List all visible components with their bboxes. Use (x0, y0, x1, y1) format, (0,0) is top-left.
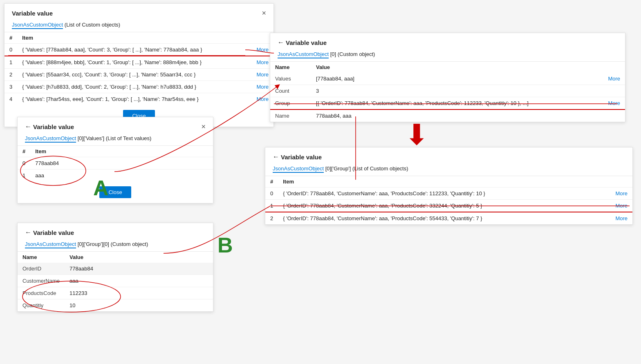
row-item: { 'OrderID': 778aab84, 'CustomerName': a… (278, 200, 608, 212)
col-hash: # (265, 176, 278, 188)
row-name: Group (270, 97, 311, 110)
custom-object-title: Variable value (286, 39, 327, 46)
row-index: 1 (265, 200, 278, 212)
main-breadcrumb-link[interactable]: JsonAsCustomObject (12, 22, 63, 29)
more-button-0[interactable]: More (256, 47, 269, 53)
main-panel-breadcrumb: JsonAsCustomObject (List of Custom objec… (4, 20, 273, 32)
row-name: CustomerName (18, 275, 65, 287)
main-breadcrumb-rest: (List of Custom objects) (65, 22, 121, 28)
col-item: Item (30, 146, 213, 157)
row-value: [778aab84, aaa] (311, 73, 601, 85)
main-panel-header: Variable value × (4, 4, 273, 20)
more-button-group[interactable]: More (608, 100, 620, 106)
row-index: 2 (4, 69, 17, 81)
group-list-table-header: # Item (265, 176, 632, 188)
custom-object-table-header: Name Value (270, 62, 625, 73)
custom-object-breadcrumb-rest: [0] (Custom object) (330, 51, 375, 57)
row-item: { 'OrderID': 778aab84, 'CustomerName': a… (278, 188, 608, 200)
table-row: 0 778aab84 (18, 157, 213, 170)
table-row: 3 { 'Values': [h7u8833, ddd], 'Count': 2… (4, 81, 273, 93)
custom-object-back-button[interactable]: ← Variable value (278, 39, 327, 46)
more-button-values[interactable]: More (608, 76, 620, 82)
values-list-breadcrumb: JsonAsCustomObject [0]['Values'] (List o… (18, 134, 213, 145)
more-button-1[interactable]: More (256, 59, 269, 65)
row-name: Values (270, 73, 311, 85)
table-row: 2 { 'OrderID': 778aab84, 'CustomerName':… (265, 212, 632, 224)
annotation-a: A (93, 176, 109, 200)
custom-object-breadcrumb-link[interactable]: JsonAsCustomObject (278, 51, 329, 58)
row-value: 112233 (65, 287, 213, 299)
group-item-breadcrumb: JsonAsCustomObject [0]['Group'][0] (Cust… (18, 239, 213, 251)
group-list-header: ← Variable value (265, 147, 632, 164)
group-list-breadcrumb-rest: [0]['Group'] (List of Custom objects) (325, 165, 408, 172)
row-value: [{ 'OrderID': 778aab84, 'CustomerName': … (311, 97, 601, 110)
col-name: Name (18, 252, 65, 263)
row-index: 1 (4, 56, 17, 69)
col-name: Name (270, 62, 311, 73)
row-item: { 'OrderID': 778aab84, 'CustomerName': a… (278, 212, 608, 224)
table-row: 0 { 'OrderID': 778aab84, 'CustomerName':… (265, 188, 632, 200)
table-row: Count 3 (270, 85, 625, 97)
more-button-2[interactable]: More (256, 71, 269, 78)
main-panel-close-x[interactable]: × (262, 9, 266, 17)
values-table-header: # Item (18, 146, 213, 157)
row-item: { 'Values': [55aarr34, ccc], 'Count': 3,… (17, 69, 251, 81)
table-row: Group [{ 'OrderID': 778aab84, 'CustomerN… (270, 97, 625, 110)
table-row: Name 778aab84, aaa (270, 109, 625, 122)
values-breadcrumb-link[interactable]: JsonAsCustomObject (25, 135, 76, 143)
row-index: 0 (18, 157, 30, 170)
custom-object-panel: ← Variable value JsonAsCustomObject [0] … (270, 33, 625, 122)
row-item: { 'Values': [h7u8833, ddd], 'Count': 2, … (17, 81, 251, 93)
group-item-breadcrumb-link[interactable]: JsonAsCustomObject (25, 241, 76, 248)
row-index: 0 (265, 188, 278, 200)
row-value: 778aab84, aaa (311, 109, 601, 122)
back-arrow-icon: ← (25, 229, 31, 236)
row-item: { 'Values': [778aab84, aaa], 'Count': 3,… (17, 44, 251, 56)
more-button-g2[interactable]: More (615, 215, 628, 221)
row-index: 4 (4, 93, 17, 105)
values-list-footer: Close (18, 181, 213, 203)
col-hash: # (18, 146, 30, 157)
group-list-table: # Item 0 { 'OrderID': 778aab84, 'Custome… (265, 176, 632, 224)
more-button-g1[interactable]: More (615, 203, 628, 209)
row-index: 1 (18, 170, 30, 182)
more-button-3[interactable]: More (256, 84, 269, 90)
group-item-title: Variable value (33, 229, 74, 236)
row-index: 2 (265, 212, 278, 224)
group-item-header: ← Variable value (18, 223, 213, 239)
row-item: { 'Values': [7har54ss, eee], 'Count': 1,… (17, 93, 251, 105)
row-item: { 'Values': [888m4jee, bbb], 'Count': 1,… (17, 56, 251, 69)
row-value: 3 (311, 85, 601, 97)
group-list-title: Variable value (281, 154, 322, 161)
more-button-4[interactable]: More (256, 96, 269, 102)
row-item: 778aab84 (30, 157, 213, 170)
values-list-title: Variable value (33, 123, 74, 130)
table-row: Values [778aab84, aaa] More (270, 73, 625, 85)
group-item-breadcrumb-rest: [0]['Group'][0] (Custom object) (78, 241, 148, 247)
col-item: Item (278, 176, 608, 188)
group-list-breadcrumb-link[interactable]: JsonAsCustomObject (273, 165, 324, 173)
table-row: Quantitiy 10 (18, 299, 213, 312)
custom-object-breadcrumb: JsonAsCustomObject [0] (Custom object) (270, 49, 625, 61)
group-item-panel: ← Variable value JsonAsCustomObject [0][… (17, 223, 213, 312)
group-item-table: Name Value OrderID 778aab84 CustomerName… (18, 252, 213, 311)
row-name: OrderID (18, 263, 65, 275)
red-down-arrow: ⬇ (405, 121, 429, 149)
more-button-g0[interactable]: More (615, 190, 628, 197)
annotation-b: B (217, 233, 233, 257)
group-list-panel: ← Variable value JsonAsCustomObject [0][… (265, 147, 633, 225)
table-row: 1 aaa (18, 170, 213, 182)
row-name: Quantitiy (18, 299, 65, 312)
main-panel: Variable value × JsonAsCustomObject (Lis… (4, 3, 274, 127)
group-item-table-header: Name Value (18, 252, 213, 263)
values-list-back-button[interactable]: ← Variable value (25, 123, 74, 130)
table-row: ProductsCode 112233 (18, 287, 213, 299)
group-item-back-button[interactable]: ← Variable value (25, 229, 74, 236)
row-name: ProductsCode (18, 287, 65, 299)
values-list-close-x[interactable]: × (201, 123, 206, 130)
main-table-header: # Item (4, 32, 273, 44)
table-row: 1 { 'OrderID': 778aab84, 'CustomerName':… (265, 200, 632, 212)
row-value: 10 (65, 299, 213, 312)
group-list-back-button[interactable]: ← Variable value (273, 153, 322, 161)
table-row: 2 { 'Values': [55aarr34, ccc], 'Count': … (4, 69, 273, 81)
